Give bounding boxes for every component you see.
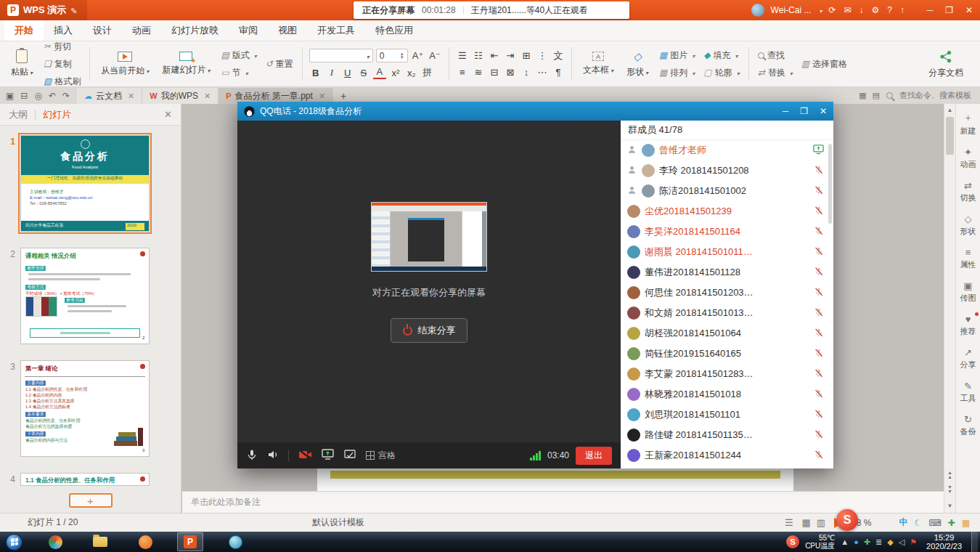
document-tab[interactable]: W 我的WPS ✕ <box>142 88 219 104</box>
ribbon-tab[interactable]: 开发工具 <box>307 20 365 41</box>
member-row[interactable]: 曾维才老师 <box>621 140 833 161</box>
taskbar-globe-icon[interactable] <box>222 532 248 551</box>
sidebar-item[interactable]: ⇄ 切换 <box>960 180 976 203</box>
ime-icon[interactable]: ☾ <box>915 518 923 528</box>
alignment-tool-icon[interactable]: ¶ <box>552 66 565 79</box>
titlebar-icon[interactable]: ⚙ <box>872 5 880 15</box>
new-slide-button[interactable]: 新建幻灯片 <box>158 50 214 78</box>
member-row[interactable]: 和文婧 2018141501013… <box>621 303 833 323</box>
member-row[interactable]: 何思佳 2018141501203… <box>621 283 833 303</box>
tab-bar-icon[interactable]: ▤ <box>873 91 880 100</box>
titlebar-icon[interactable]: ↓ <box>859 5 864 15</box>
taskbar-clock[interactable]: 15:29 2020/2/23 <box>923 533 965 551</box>
sogou-logo-icon[interactable]: S <box>836 509 858 531</box>
sidebar-item[interactable]: ♥ 推荐 <box>960 314 976 337</box>
titlebar-icon[interactable]: ? <box>887 5 892 15</box>
sidebar-item[interactable]: ✎ 工具 <box>960 381 976 404</box>
ime-icon[interactable]: ✚ <box>948 518 955 528</box>
tray-icon[interactable]: ● <box>854 537 859 546</box>
ribbon-tab[interactable]: 视图 <box>268 20 307 41</box>
titlebar-icon[interactable]: ↑ <box>900 5 905 15</box>
menu-icon[interactable]: ☰ <box>785 517 793 528</box>
alignment-tool-icon[interactable]: ⊠ <box>504 66 517 79</box>
next-slide-button[interactable] <box>947 485 952 494</box>
selection-pane-button[interactable]: 选择窗格 <box>799 57 849 71</box>
bold-button[interactable]: B <box>309 66 322 79</box>
italic-button[interactable]: I <box>325 66 338 79</box>
superscript-button[interactable]: x² <box>389 66 402 79</box>
quick-access-icon[interactable]: ↶ <box>49 91 56 101</box>
show-desktop-button[interactable] <box>971 532 978 552</box>
taskbar-folder-icon[interactable] <box>87 532 113 551</box>
alignment-tool-icon[interactable]: ≡ <box>456 66 469 79</box>
tab-slides[interactable]: 幻灯片 <box>43 108 71 121</box>
paragraph-tool-icon[interactable]: ⇤ <box>488 49 501 62</box>
paragraph-tool-icon[interactable]: ⋮ <box>536 49 549 62</box>
member-row[interactable]: 刘思琪2018141501101 <box>621 405 833 425</box>
strikethrough-button[interactable]: S <box>357 66 370 79</box>
slide-1-thumbnail[interactable]: 食品分析 Food Analysis 一门理论性、实践性很强的专业基础课程 主讲… <box>20 135 150 232</box>
alignment-tool-icon[interactable]: ⊟ <box>488 66 501 79</box>
qq-close-button[interactable]: ✕ <box>820 106 827 116</box>
add-slide-button[interactable]: + <box>69 493 113 508</box>
member-row[interactable]: 董伟进2018141501128 <box>621 262 833 283</box>
qq-minimize-button[interactable]: ─ <box>783 106 789 116</box>
sidebar-item[interactable]: ✦ 动画 <box>960 147 976 170</box>
screen-share-toolbar-icon[interactable] <box>322 449 335 462</box>
sidebar-item[interactable]: ↻ 备份 <box>960 414 976 437</box>
quick-access-icon[interactable]: ↷ <box>62 91 70 101</box>
alignment-tool-icon[interactable]: ≋ <box>472 66 485 79</box>
member-row[interactable]: 简钰佳2019151640165 <box>621 344 833 364</box>
sidebar-item[interactable]: ◇ 形状 <box>960 214 976 237</box>
chevron-down-icon[interactable] <box>817 5 822 15</box>
document-tab[interactable]: ☁ 云文档 ✕ <box>77 88 142 104</box>
tab-outline[interactable]: 大纲 <box>9 108 28 121</box>
qq-maximize-button[interactable]: ❐ <box>800 106 808 116</box>
member-row[interactable]: 李昊洋2018141501164 <box>621 222 833 242</box>
font-name-input[interactable] <box>309 49 373 62</box>
member-row[interactable]: 尘优2018141501239 <box>621 201 833 222</box>
ribbon-tab[interactable]: 设计 <box>83 20 122 41</box>
underline-button[interactable]: U <box>341 66 354 79</box>
scroll-down-icon[interactable]: ▼ <box>947 500 953 511</box>
replace-button[interactable]: 替换 <box>756 66 795 80</box>
tray-icon[interactable]: ⚑ <box>910 537 917 547</box>
reset-button[interactable]: 重置 <box>264 57 295 71</box>
member-list[interactable]: 曾维才老师 李玲 2018141501208 <box>621 140 833 468</box>
account-name[interactable]: Wei-Cai ... <box>771 5 812 15</box>
font-size-stepper[interactable]: ▲▼ <box>400 52 404 60</box>
paragraph-tool-icon[interactable]: ⊞ <box>520 49 533 62</box>
ribbon-tab[interactable]: 插入 <box>44 20 83 41</box>
vertical-scrollbar[interactable]: ▲ ▼ <box>944 104 955 513</box>
ribbon-tab[interactable]: 特色应用 <box>365 20 423 41</box>
member-row[interactable]: 李艾蒙 2018141501283… <box>621 364 833 384</box>
close-panel-icon[interactable]: ✕ <box>164 109 172 120</box>
sidebar-item[interactable]: ↗ 分享 <box>960 347 976 370</box>
section-button[interactable]: 节 <box>219 66 250 80</box>
scrollbar-thumb[interactable] <box>946 117 954 155</box>
outline-button[interactable]: 轮廓 <box>701 66 741 80</box>
ribbon-tab[interactable]: 幻灯片放映 <box>161 20 229 41</box>
scroll-up-icon[interactable]: ▲ <box>944 104 955 115</box>
member-row[interactable]: 胡柽强2018141501064 <box>621 323 833 344</box>
titlebar-icon[interactable]: ⟳ <box>828 5 836 15</box>
member-row[interactable]: 李玲 2018141501208 <box>621 161 833 181</box>
start-button[interactable] <box>6 534 23 551</box>
screen-share-banner[interactable]: 正在分享屏幕 00:01:28 王丹瑞201......等40人正在观看 <box>354 1 629 19</box>
textbox-button[interactable]: A 文本框 <box>579 50 618 78</box>
member-list-scrollbar[interactable] <box>828 144 832 224</box>
shrink-font-button[interactable]: A⁻ <box>428 49 442 62</box>
command-search-input[interactable]: 查找命令、搜索模板 <box>899 90 971 101</box>
font-color-button[interactable]: A <box>373 66 386 79</box>
pinyin-button[interactable]: 拼 <box>421 66 434 79</box>
design-template-label[interactable]: 默认设计模板 <box>312 516 364 529</box>
paragraph-tool-icon[interactable]: ⇥ <box>504 49 517 62</box>
close-tab-icon[interactable]: ✕ <box>128 92 134 101</box>
tray-icon[interactable]: ▲ <box>841 537 849 546</box>
wps-logo[interactable]: P WPS 演示 <box>0 0 87 20</box>
sidebar-item[interactable]: ≡ 属性 <box>960 247 976 270</box>
slide-2-thumbnail[interactable]: 课程相关 情况介绍 教学安排 考核方式 平时成绩（30%）＋期末考试（70%） … <box>20 248 150 344</box>
paste-button[interactable]: 粘贴 <box>7 48 37 80</box>
ribbon-tab[interactable]: 开始 <box>4 20 44 41</box>
subscript-button[interactable]: x₂ <box>405 66 418 79</box>
